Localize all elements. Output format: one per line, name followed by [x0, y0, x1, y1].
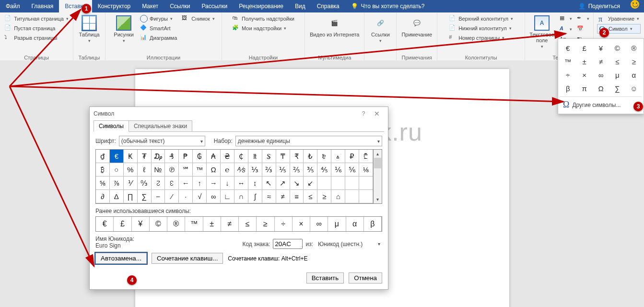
symbol-cell[interactable]: ↓: [221, 177, 234, 190]
symbol-cell[interactable]: ₭: [124, 150, 138, 163]
quick-symbol-cell[interactable]: ∑: [609, 82, 625, 94]
symbol-cell[interactable]: №: [152, 163, 165, 177]
symbol-cell[interactable]: [345, 190, 359, 203]
recent-symbol-cell[interactable]: ≠: [221, 217, 239, 231]
symbol-cell[interactable]: ℗: [165, 163, 179, 177]
textbox-button[interactable]: A Текстовое поле▾: [527, 14, 556, 50]
symbol-cell[interactable]: ∏: [124, 190, 138, 203]
header-button[interactable]: 📄Верхний колонтитул▾: [447, 14, 515, 23]
quick-symbol-cell[interactable]: β: [560, 82, 575, 94]
symbol-cell[interactable]: €: [110, 150, 124, 163]
symbol-cell[interactable]: ∫: [248, 190, 262, 203]
smiley-icon[interactable]: [631, 0, 639, 9]
menu-home[interactable]: Главная: [26, 0, 59, 12]
symbol-cell[interactable]: ℓ: [138, 163, 152, 177]
insert-button[interactable]: Вставить: [306, 272, 344, 283]
symbol-cell[interactable]: ₾: [359, 150, 373, 163]
menu-view[interactable]: Вид: [289, 0, 311, 12]
symbol-cell[interactable]: ⅍: [234, 163, 248, 177]
quick-symbol-cell[interactable]: ®: [626, 42, 642, 54]
signature-button[interactable]: ✒▾: [575, 14, 591, 23]
symbol-cell[interactable]: ₴: [221, 150, 234, 163]
cancel-button[interactable]: Отмена: [349, 272, 382, 283]
recent-symbol-cell[interactable]: ©: [150, 217, 167, 231]
scroll-up-icon[interactable]: ▴: [374, 150, 382, 158]
symbol-cell[interactable]: ⌂: [331, 190, 345, 203]
symbol-cell[interactable]: ₺: [304, 150, 317, 163]
symbol-cell[interactable]: ⅕: [276, 163, 290, 177]
equation-button[interactable]: πУравнение▾: [597, 14, 641, 23]
quick-symbol-cell[interactable]: π: [576, 82, 592, 94]
symbol-cell[interactable]: ⅝: [96, 177, 110, 190]
symbol-cell[interactable]: %: [124, 163, 138, 177]
quick-symbol-cell[interactable]: ☺: [626, 82, 642, 94]
comment-button[interactable]: 💬 Примечание: [399, 14, 434, 38]
symbol-cell[interactable]: ⅔: [262, 163, 276, 177]
recent-symbol-cell[interactable]: β: [364, 217, 382, 231]
quick-symbol-cell[interactable]: €: [560, 42, 575, 54]
symbol-cell[interactable]: ⅓: [248, 163, 262, 177]
symbol-cell[interactable]: ↊: [152, 177, 165, 190]
smartart-button[interactable]: 🔷SmartArt: [139, 24, 178, 33]
symbol-cell[interactable]: ₷: [262, 150, 276, 163]
symbol-cell[interactable]: ₽: [345, 150, 359, 163]
symbol-cell[interactable]: [359, 177, 373, 190]
recent-symbol-cell[interactable]: ™: [185, 217, 203, 231]
quick-symbol-cell[interactable]: ×: [576, 69, 592, 81]
page-break-button[interactable]: ⤵Разрыв страницы: [3, 34, 70, 42]
symbol-cell[interactable]: ₻: [317, 150, 331, 163]
recent-symbol-cell[interactable]: ∞: [310, 217, 328, 231]
symbol-cell[interactable]: ≤: [304, 190, 317, 203]
symbol-cell[interactable]: −: [152, 190, 165, 203]
quick-symbol-cell[interactable]: ≠: [593, 55, 609, 68]
get-addins-button[interactable]: 🛍Получить надстройки: [231, 14, 296, 23]
symbol-cell[interactable]: ↑: [193, 177, 207, 190]
symbol-cell[interactable]: ≥: [317, 190, 331, 203]
menu-mailings[interactable]: Рассылки: [196, 0, 233, 12]
symbol-cell[interactable]: √: [193, 190, 207, 203]
from-select[interactable]: Юникод (шестн.)▾: [316, 241, 382, 248]
symbol-cell[interactable]: ₮: [138, 150, 152, 163]
symbol-cell[interactable]: ↔: [234, 177, 248, 190]
symbol-cell[interactable]: [345, 177, 359, 190]
symbol-cell[interactable]: ₸: [276, 150, 290, 163]
symbol-cell[interactable]: ⅛: [359, 163, 373, 177]
symbol-cell[interactable]: [359, 190, 373, 203]
symbol-cell[interactable]: Δ: [110, 190, 124, 203]
quick-symbol-cell[interactable]: ™: [560, 55, 575, 68]
symbol-cell[interactable]: [317, 177, 331, 190]
symbol-cell[interactable]: ₳: [207, 150, 221, 163]
symbol-cell[interactable]: ₿: [96, 163, 110, 177]
symbol-cell[interactable]: ℠: [179, 163, 193, 177]
footer-button[interactable]: 📄Нижний колонтитул▾: [447, 24, 515, 33]
recent-symbol-cell[interactable]: ¥: [132, 217, 150, 231]
quick-symbol-cell[interactable]: Ω: [593, 82, 609, 94]
online-video-button[interactable]: 🎬 Видео из Интернета: [308, 14, 361, 38]
cover-page-button[interactable]: 📄Титульная страница▾: [3, 14, 70, 23]
table-button[interactable]: Таблица▾: [76, 14, 102, 45]
symbol-cell[interactable]: ∙: [179, 190, 193, 203]
symbol-cell[interactable]: ⅞: [110, 177, 124, 190]
symbol-cell[interactable]: ∟: [221, 190, 234, 203]
symbol-cell[interactable]: ₱: [179, 150, 193, 163]
datetime-button[interactable]: 📅: [575, 25, 591, 34]
menu-file[interactable]: Файл: [0, 0, 26, 12]
symbol-cell[interactable]: ↗: [276, 177, 290, 190]
symbol-cell[interactable]: ∩: [234, 190, 248, 203]
recent-symbol-cell[interactable]: ±: [203, 217, 221, 231]
symbol-cell[interactable]: ←: [179, 177, 193, 190]
links-button[interactable]: 🔗 Ссылки▾: [367, 14, 393, 45]
pictures-button[interactable]: Рисунки▾: [111, 14, 137, 45]
symbol-cell[interactable]: ↖: [262, 177, 276, 190]
quick-symbol-cell[interactable]: ©: [609, 42, 625, 54]
symbol-cell[interactable]: ₶: [248, 150, 262, 163]
menu-design[interactable]: Конструктор: [92, 0, 136, 12]
symbol-cell[interactable]: ₲: [193, 150, 207, 163]
recent-symbol-cell[interactable]: ≥: [257, 217, 274, 231]
menu-layout[interactable]: Макет: [136, 0, 164, 12]
symbol-cell[interactable]: ⅖: [290, 163, 304, 177]
symbol-cell[interactable]: ₯: [152, 150, 165, 163]
quickparts-button[interactable]: ▦▾: [558, 14, 574, 23]
quick-symbol-cell[interactable]: £: [576, 42, 592, 54]
more-symbols-item[interactable]: Ω Другие символы...: [560, 96, 642, 113]
